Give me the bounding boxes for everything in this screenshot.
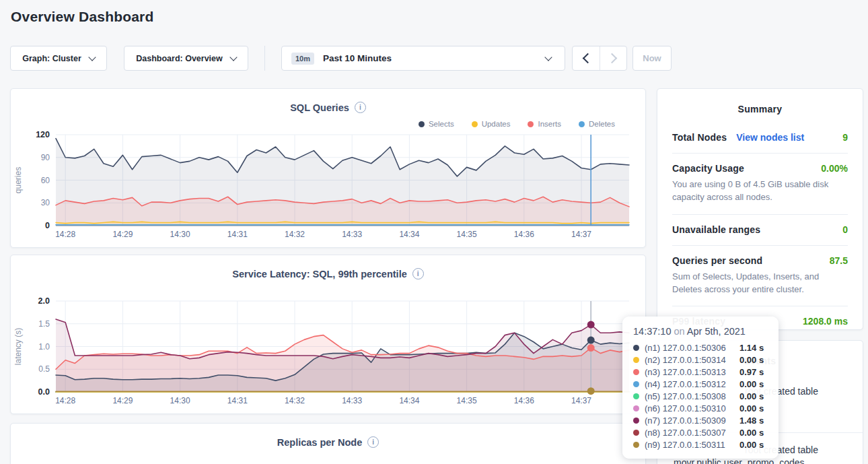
graph-dropdown[interactable]: Graph: Cluster [10,46,107,71]
legend-dot-icon [472,121,478,127]
tooltip-node-row: (n4) 127.0.0.1:503120.00 s [633,378,770,390]
series-color-dot-icon [633,418,639,424]
time-range-badge: 10m [291,53,314,65]
replicas-per-node-panel: Replicas per Node i [10,423,646,464]
svg-text:14:34: 14:34 [399,230,419,239]
total-nodes-label: Total Nodes [672,132,727,143]
series-color-dot-icon [633,381,639,387]
tooltip-node-value: 0.00 s [739,428,770,438]
svg-text:120: 120 [36,130,50,139]
chart-title-row: Service Latency: SQL, 99th percentile i [11,268,645,279]
sql-queries-panel: SQL Queries i SelectsUpdatesInsertsDelet… [10,88,646,248]
dashboard-dropdown[interactable]: Dashboard: Overview [124,46,248,71]
tooltip-node-address: (n2) 127.0.0.1:50314 [645,355,734,365]
svg-text:60: 60 [41,176,50,185]
tooltip-node-value: 0.00 s [739,440,770,450]
now-button[interactable]: Now [632,46,672,71]
tooltip-node-row: (n7) 127.0.0.1:503091.48 s [633,414,770,426]
info-icon[interactable]: i [412,268,424,279]
svg-text:0: 0 [45,221,50,230]
time-back-button[interactable] [573,46,600,70]
tooltip-node-value: 0.00 s [739,391,770,401]
tooltip-node-value: 1.14 s [739,343,770,353]
svg-text:14:37: 14:37 [571,396,591,405]
svg-text:14:37: 14:37 [571,230,591,239]
time-forward-button[interactable] [600,46,626,70]
summary-panel: Summary Total Nodes View nodes list 9 Ca… [657,88,863,330]
svg-text:14:29: 14:29 [112,230,133,239]
svg-text:14:36: 14:36 [514,230,534,239]
tooltip-node-value: 0.00 s [739,379,770,389]
svg-text:latency (s): latency (s) [13,328,23,365]
series-color-dot-icon [633,430,639,436]
tooltip-node-row: (n6) 127.0.0.1:503100.00 s [633,402,770,414]
legend-item[interactable]: Selects [419,120,454,128]
svg-text:30: 30 [41,198,50,207]
tooltip-rows: (n1) 127.0.0.1:503061.14 s(n2) 127.0.0.1… [633,341,770,451]
view-nodes-list-link[interactable]: View nodes list [736,132,804,143]
unavailable-ranges-row: Unavailable ranges 0 [672,214,848,245]
time-step-buttons [572,46,627,71]
legend-label: Inserts [538,120,561,128]
tooltip-node-address: (n4) 127.0.0.1:50312 [645,379,734,389]
tooltip-node-address: (n8) 127.0.0.1:50307 [645,428,734,438]
chevron-down-icon [544,53,552,61]
time-range-label: Past 10 Minutes [323,53,392,63]
capacity-usage-label: Capacity Usage [672,163,744,174]
time-range-selector[interactable]: 10m Past 10 Minutes [281,46,565,71]
tooltip-on: on [674,326,684,337]
svg-text:14:28: 14:28 [55,396,75,405]
series-color-dot-icon [633,357,639,363]
capacity-usage-description: You are using 0 B of 4.5 GiB usable disk… [672,178,848,204]
svg-text:queries: queries [13,167,23,193]
chevron-left-icon [583,53,593,64]
legend-dot-icon [528,121,534,127]
legend-item[interactable]: Deletes [579,120,615,128]
chart-title-row: Replicas per Node i [11,436,645,448]
dashboard-dropdown-label: Dashboard: Overview [136,54,223,63]
tooltip-node-value: 0.00 s [739,403,770,413]
controls-divider [264,46,265,71]
svg-text:1.0: 1.0 [38,342,50,352]
tooltip-node-address: (n1) 127.0.0.1:50306 [645,343,734,353]
info-icon[interactable]: i [355,102,366,113]
legend-dot-icon [579,121,585,127]
legend-label: Updates [482,120,511,128]
dashboard-controls: Graph: Cluster Dashboard: Overview 10m P… [10,46,672,71]
svg-text:14:28: 14:28 [55,230,75,239]
series-color-dot-icon [633,393,639,399]
tooltip-node-value: 1.48 s [739,416,770,426]
info-icon[interactable]: i [367,436,379,448]
tooltip-node-address: (n9) 127.0.0.1:50311 [645,440,734,450]
tooltip-node-row: (n9) 127.0.0.1:503110.00 s [633,438,770,451]
tooltip-node-address: (n7) 127.0.0.1:50309 [645,416,734,426]
legend-label: Selects [429,120,454,128]
service-latency-chart[interactable]: 0.00.51.01.52.014:2814:2914:3014:3114:32… [11,296,646,411]
queries-per-second-description: Sum of Selects, Updates, Inserts, and De… [672,271,848,296]
queries-per-second-row: Queries per second 87.5 Sum of Selects, … [672,245,848,306]
tooltip-timestamp: 14:37:10 on Apr 5th, 2021 [633,326,770,337]
graph-dropdown-label: Graph: Cluster [22,54,81,63]
svg-text:0.5: 0.5 [38,364,50,374]
total-nodes-row: Total Nodes View nodes list 9 [672,123,848,153]
tooltip-node-address: (n5) 127.0.0.1:50308 [645,391,734,401]
tooltip-node-value: 0.97 s [739,367,770,377]
svg-text:14:30: 14:30 [170,230,190,239]
tooltip-node-row: (n8) 127.0.0.1:503070.00 s [633,426,770,438]
p99-latency-value: 1208.0 ms [803,316,848,327]
summary-title: Summary [672,89,848,123]
tooltip-node-address: (n3) 127.0.0.1:50313 [645,367,734,377]
chevron-down-icon [88,53,96,61]
tooltip-node-row: (n2) 127.0.0.1:503140.00 s [633,354,770,366]
svg-text:1.5: 1.5 [38,319,50,329]
svg-text:90: 90 [41,153,50,162]
legend-item[interactable]: Inserts [528,120,561,128]
chart-title: Replicas per Node [277,437,363,448]
svg-text:2.0: 2.0 [38,296,50,306]
legend-item[interactable]: Updates [472,120,511,128]
sql-queries-chart[interactable]: 030609012014:2814:2914:3014:3114:3214:33… [11,129,646,245]
svg-text:14:29: 14:29 [112,396,133,405]
total-nodes-value: 9 [842,132,848,143]
unavailable-ranges-label: Unavailable ranges [672,224,760,235]
svg-text:14:32: 14:32 [285,396,305,405]
